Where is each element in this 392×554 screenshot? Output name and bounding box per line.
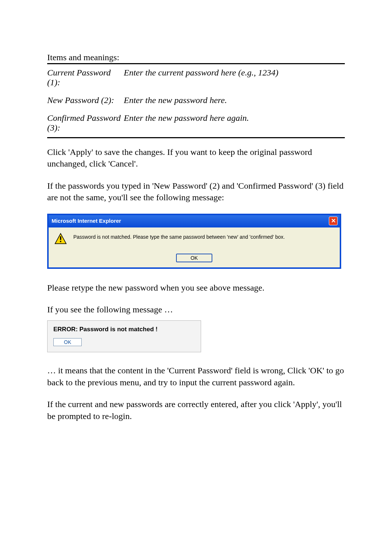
- error-title: ERROR: Password is not matched !: [53, 326, 195, 333]
- error-box: ERROR: Password is not matched ! OK: [47, 320, 201, 352]
- dialog-button-row: OK: [49, 248, 340, 267]
- close-button[interactable]: ✕: [329, 217, 338, 225]
- dialog-title-text: Microsoft Internet Explorer: [52, 218, 121, 224]
- table-row: Current Password (1): Enter the current …: [47, 66, 345, 89]
- ok-button[interactable]: OK: [53, 338, 82, 346]
- dialog-body: Password is not matched. Please type the…: [49, 227, 340, 248]
- paragraph-apply-cancel: Click 'Apply' to save the changes. If yo…: [47, 146, 345, 170]
- desc-new-password: Enter the new password here.: [124, 89, 345, 107]
- term-confirmed-password: Confirmed Password (3):: [47, 107, 124, 134]
- ie-alert-dialog: Microsoft Internet Explorer ✕ Password i…: [47, 214, 341, 269]
- ok-button[interactable]: OK: [176, 254, 212, 262]
- desc-current-password: Enter the current password here (e.g., 1…: [124, 66, 345, 89]
- rule-bottom: [47, 137, 345, 138]
- paragraph-following: If you see the following message …: [47, 304, 345, 315]
- dialog-title-bar: Microsoft Internet Explorer ✕: [49, 215, 340, 227]
- definitions-table: Current Password (1): Enter the current …: [47, 66, 345, 134]
- table-row: Confirmed Password (3): Enter the new pa…: [47, 107, 345, 134]
- dialog-message: Password is not matched. Please type the…: [73, 233, 285, 240]
- close-icon: ✕: [331, 218, 336, 224]
- paragraph-relogin: If the current and new passwords are cor…: [47, 398, 345, 422]
- rule-top: [47, 63, 345, 64]
- document-page: Items and meanings: Current Password (1)…: [0, 0, 392, 554]
- term-current-password: Current Password (1):: [47, 66, 124, 89]
- warning-icon: [54, 233, 67, 246]
- term-new-password: New Password (2):: [47, 89, 124, 107]
- section-heading: Items and meanings:: [47, 53, 345, 62]
- paragraph-mismatch-intro: If the passwords you typed in 'New Passw…: [47, 180, 345, 204]
- svg-rect-1: [60, 236, 61, 240]
- table-row: New Password (2): Enter the new password…: [47, 89, 345, 107]
- desc-confirmed-password: Enter the new password here again.: [124, 107, 345, 134]
- svg-rect-2: [60, 241, 61, 242]
- paragraph-retype: Please retype the new password when you …: [47, 282, 345, 294]
- paragraph-wrong-current: … it means that the content in the 'Curr…: [47, 365, 345, 388]
